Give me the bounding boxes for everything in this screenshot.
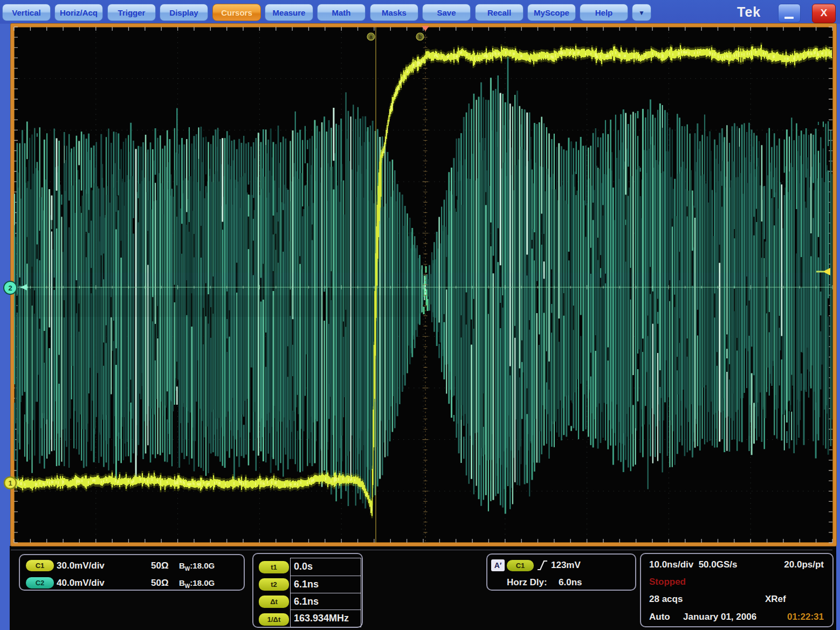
svg-text:2: 2: [8, 284, 12, 292]
svg-text:a: a: [369, 34, 373, 40]
svg-text:b: b: [418, 34, 422, 40]
svg-text:1: 1: [8, 479, 12, 487]
